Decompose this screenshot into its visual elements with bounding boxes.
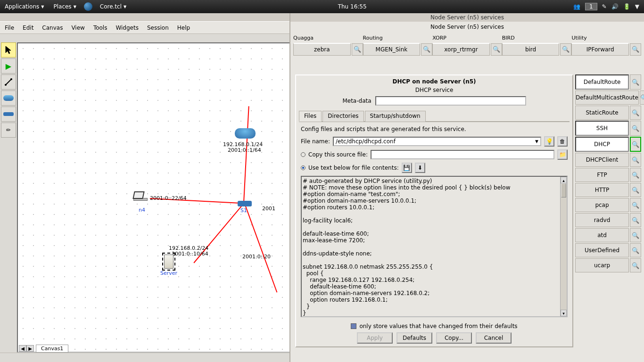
cfg-bird[interactable]: 🔍 [560, 43, 571, 56]
magnifier-icon: 🔍 [632, 247, 639, 254]
cancel-button[interactable]: Cancel [476, 332, 512, 344]
svc-ftp[interactable]: FTP [575, 168, 629, 182]
magnifier-icon: 🔍 [632, 141, 639, 148]
canvas-next[interactable]: ▶ [26, 345, 34, 352]
svc-zebra[interactable]: zebra [293, 43, 351, 56]
tool-link[interactable] [1, 74, 16, 90]
canvas-tab-1[interactable]: Canvas1 [36, 345, 68, 353]
cfg-defaultmulti[interactable]: 🔍 [640, 90, 644, 105]
tab-directories[interactable]: Directories [322, 111, 363, 122]
svc-ucarp[interactable]: ucarp [575, 258, 629, 272]
volume-icon[interactable]: 🔊 [611, 3, 619, 10]
menu-canvas[interactable]: Canvas [42, 25, 63, 31]
clock[interactable]: Thu 16:55 [333, 0, 372, 13]
menu-session[interactable]: Session [147, 25, 169, 31]
menu-tools[interactable]: Tools [93, 25, 107, 31]
magnifier-icon: 🔍 [632, 172, 639, 179]
cat-quagga: Quagga [293, 35, 363, 43]
cfg-atd[interactable]: 🔍 [630, 228, 641, 242]
svc-ipforward[interactable]: IPForward [571, 43, 629, 56]
svc-bird[interactable]: bird [502, 43, 560, 56]
workspace-indicator[interactable]: 1 [585, 3, 597, 10]
tool-select[interactable] [1, 42, 16, 58]
copy-button[interactable]: Copy... [436, 332, 472, 344]
tab-files[interactable]: Files [299, 111, 322, 122]
switch-node[interactable] [238, 201, 252, 206]
magnifier-icon: 🔍 [562, 46, 570, 53]
svc-userdefined[interactable]: UserDefined [575, 243, 629, 257]
cfg-radvd[interactable]: 🔍 [630, 213, 641, 227]
svc-mgensink[interactable]: MGEN_Sink [363, 43, 421, 56]
cfg-ipforward[interactable]: 🔍 [630, 43, 641, 56]
new-file-button[interactable]: 💡 [544, 136, 554, 147]
cursor-icon [5, 46, 12, 54]
cfg-http[interactable]: 🔍 [630, 183, 641, 197]
cfg-ucarp[interactable]: 🔍 [630, 258, 641, 272]
file-name-label: File name: [301, 138, 330, 145]
svc-defaultroute[interactable]: DefaultRoute [575, 74, 629, 90]
only-store-checkbox[interactable]: only store values that have changed from… [351, 323, 517, 329]
cfg-userdefined[interactable]: 🔍 [630, 243, 641, 257]
cfg-mgensink[interactable]: 🔍 [421, 43, 432, 56]
tool-router[interactable] [1, 90, 16, 106]
radio-use-text[interactable] [301, 165, 305, 170]
svc-http[interactable]: HTTP [575, 183, 629, 197]
tab-startup-shutdown[interactable]: Startup/shutdown [365, 111, 426, 122]
cfg-staticroute[interactable]: 🔍 [630, 106, 641, 120]
svc-staticroute[interactable]: StaticRoute [575, 106, 629, 120]
tool-hub[interactable] [1, 107, 16, 122]
svc-xorprtrmgr[interactable]: xorp_rtrmgr [432, 43, 490, 56]
svc-ssh[interactable]: SSH [575, 121, 629, 136]
magnifier-icon: 🔍 [423, 46, 430, 53]
applications-menu[interactable]: Applications▼ [0, 0, 49, 13]
brush-icon[interactable]: ✎ [602, 3, 607, 10]
file-name-combo[interactable]: /etc/dhcp/dhcpd.conf▼ [333, 137, 541, 146]
defaults-button[interactable]: Defaults [396, 332, 432, 344]
copy-source-entry[interactable] [371, 150, 554, 159]
svc-dhcpclient[interactable]: DHCPClient [575, 153, 629, 167]
utility-service-list: DefaultRoute🔍 DefaultMulticastRoute🔍 Sta… [575, 74, 641, 273]
menu-view[interactable]: View [71, 25, 84, 31]
cfg-dhcp[interactable]: 🔍 [630, 137, 641, 152]
services-title: Node Server (n5) services [290, 13, 644, 22]
svc-dhcp[interactable]: DHCP [575, 137, 629, 152]
server-ip6-label: 2001:0::10/64 [172, 251, 208, 257]
save-file-button[interactable]: 💾 [402, 163, 412, 173]
hub-icon [3, 112, 14, 116]
menu-file[interactable]: File [5, 25, 14, 31]
app-menu[interactable]: Core.tcl▼ [95, 0, 131, 13]
tool-annotate[interactable]: ✏ [1, 123, 16, 138]
cfg-dhcpclient[interactable]: 🔍 [630, 153, 641, 167]
battery-icon[interactable]: 🔋 [623, 3, 630, 10]
apply-button[interactable]: Apply [357, 332, 393, 344]
tool-run[interactable]: ▶ [1, 58, 16, 74]
copy-source-label: Copy this source file: [308, 151, 368, 158]
cfg-ftp[interactable]: 🔍 [630, 168, 641, 182]
svc-radvd[interactable]: radvd [575, 213, 629, 227]
places-menu[interactable]: Places▼ [49, 0, 81, 13]
menu-edit[interactable]: Edit [23, 25, 33, 31]
cfg-ssh[interactable]: 🔍 [630, 121, 641, 136]
cfg-zebra[interactable]: 🔍 [352, 43, 363, 56]
menu-widgets[interactable]: Widgets [116, 25, 139, 31]
router-node[interactable] [235, 128, 256, 139]
canvas-prev[interactable]: ◀ [19, 345, 26, 352]
export-file-button[interactable]: ⬇ [415, 163, 425, 173]
svc-pcap[interactable]: pcap [575, 198, 629, 212]
user-menu-icon[interactable]: ▼ [635, 3, 639, 10]
cfg-pcap[interactable]: 🔍 [630, 198, 641, 212]
meta-input[interactable] [375, 96, 526, 106]
menu-help[interactable]: Help [177, 25, 190, 31]
browse-button[interactable]: 📁 [557, 149, 568, 160]
svc-atd[interactable]: atd [575, 228, 629, 242]
cfg-xorprtrmgr[interactable]: 🔍 [491, 43, 502, 56]
users-icon[interactable]: 👥 [573, 3, 580, 10]
svc-defaultmulti[interactable]: DefaultMulticastRoute [575, 90, 639, 105]
laptop-node[interactable] [133, 191, 149, 203]
radio-copy-source[interactable] [301, 152, 305, 157]
delete-file-button[interactable]: 🗑 [557, 136, 568, 147]
cfg-defaultroute[interactable]: 🔍 [630, 74, 641, 90]
file-content-editor[interactable]: # auto-generated by DHCP service (utilit… [301, 176, 568, 317]
server-node[interactable] [164, 255, 173, 269]
editor-scrollbar[interactable]: ▴▾ [560, 177, 567, 316]
